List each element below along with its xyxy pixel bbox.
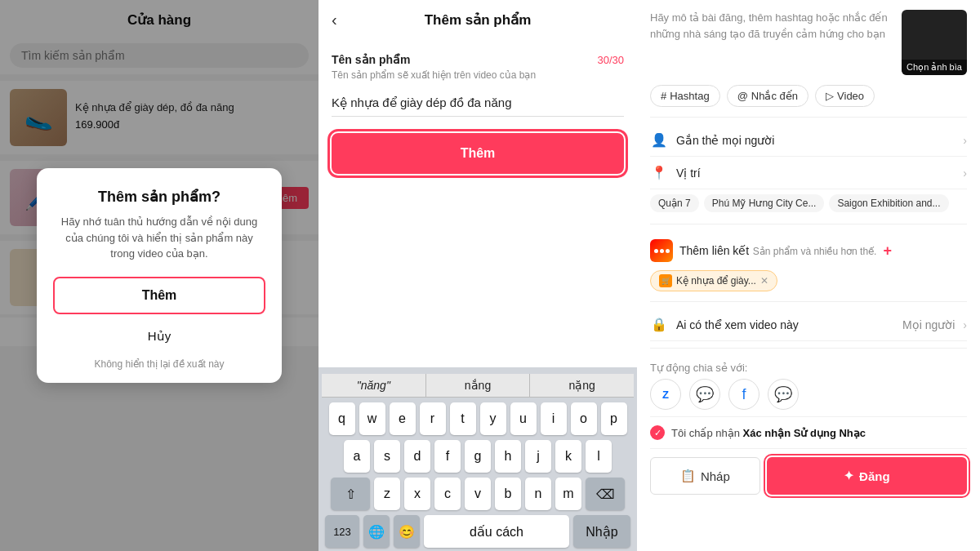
key-z[interactable]: z [374, 478, 400, 510]
key-i[interactable]: i [541, 402, 567, 435]
key-o[interactable]: o [571, 402, 597, 435]
form-label-row: Tên sản phẩm 30/30 [332, 53, 624, 66]
key-a[interactable]: a [344, 440, 370, 473]
dialog-box: Thêm sản phẩm? Hãy nhớ tuân thủ hướng dẫ… [37, 168, 282, 383]
key-q[interactable]: q [329, 402, 355, 435]
video-btn[interactable]: ▷ Video [815, 85, 875, 107]
music-text-prefix: Tôi chấp nhận [671, 427, 743, 439]
post-description-section: Hãy mô tả bài đăng, thêm hashtag hoặc nh… [650, 10, 967, 75]
dialog-btn-nohide[interactable]: Không hiển thị lại đề xuất này [53, 358, 265, 370]
key-v[interactable]: v [465, 478, 491, 510]
visibility-row[interactable]: 🔒 Ai có thể xem video này Mọi người › [650, 309, 967, 341]
post-panel: Hãy mô tả bài đăng, thêm hashtag hoặc nh… [637, 0, 980, 551]
suggestion-2[interactable]: nắng [426, 374, 531, 397]
loc-tag-3[interactable]: Saigon Exhibition and... [829, 194, 948, 212]
key-enter[interactable]: Nhập [573, 515, 630, 548]
dialog-title: Thêm sản phẩm? [53, 188, 265, 206]
visibility-label: Ai có thể xem video này [676, 318, 894, 331]
key-space[interactable]: dấu cách [424, 515, 569, 548]
gan-the-row[interactable]: 👤 Gắn thẻ mọi người › [650, 124, 967, 157]
key-x[interactable]: x [404, 478, 430, 510]
dots-icon [654, 249, 670, 253]
nhac-den-btn[interactable]: @ Nhắc đến [727, 85, 808, 107]
key-r[interactable]: r [420, 402, 446, 435]
them-plus-icon[interactable]: + [883, 242, 892, 260]
share-facebook-btn[interactable]: f [728, 379, 760, 410]
visibility-chevron: › [963, 318, 967, 331]
loc-tag-1[interactable]: Quận 7 [650, 194, 699, 212]
key-c[interactable]: c [434, 478, 461, 510]
auto-share-row: Tự động chia sẻ với: Z 💬 f 💬 [650, 355, 967, 417]
product-tag-remove[interactable]: ✕ [760, 275, 768, 287]
key-backspace[interactable]: ⌫ [586, 478, 625, 510]
key-123[interactable]: 123 [325, 515, 359, 548]
video-icon: ▷ [826, 90, 834, 102]
key-k[interactable]: k [555, 440, 581, 473]
post-desc-text[interactable]: Hãy mô tả bài đăng, thêm hashtag hoặc nh… [650, 10, 893, 75]
form-sublabel: Tên sản phẩm sẽ xuất hiện trên video của… [332, 69, 624, 81]
key-mic[interactable]: 😊 [394, 515, 420, 548]
key-y[interactable]: y [480, 402, 506, 435]
gan-the-icon: 👤 [650, 132, 668, 148]
hashtag-label: Hashtag [670, 90, 709, 102]
keyboard-row-3: ⇧ z x c v b n m ⌫ [322, 478, 634, 510]
nhap-icon: 📋 [680, 469, 696, 483]
dialog-btn-them[interactable]: Thêm [53, 277, 265, 314]
key-f[interactable]: f [434, 440, 461, 473]
key-e[interactable]: e [390, 402, 416, 435]
visibility-icon: 🔒 [650, 317, 668, 332]
key-g[interactable]: g [465, 440, 491, 473]
key-emoji[interactable]: 🌐 [363, 515, 390, 548]
vi-tri-label: Vị trí [676, 167, 955, 180]
key-b[interactable]: b [495, 478, 521, 510]
vi-tri-chevron: › [963, 167, 967, 180]
back-button[interactable]: ‹ [332, 11, 337, 29]
form-label-ten: Tên sản phẩm [332, 53, 411, 66]
nhac-den-icon: @ [737, 90, 748, 102]
share-messages-btn[interactable]: 💬 [768, 379, 799, 410]
key-h[interactable]: h [495, 440, 521, 473]
share-icons: Z 💬 f 💬 [650, 379, 967, 410]
share-messenger-btn[interactable]: 💬 [689, 379, 720, 410]
key-j[interactable]: j [525, 440, 551, 473]
tag-row: # Hashtag @ Nhắc đến ▷ Video [650, 85, 967, 107]
keyboard-row-1: q w e r t y u i o p [322, 402, 634, 435]
music-checkbox[interactable]: ✓ [650, 425, 665, 440]
key-shift[interactable]: ⇧ [331, 478, 370, 510]
key-d[interactable]: d [404, 440, 430, 473]
product-tag-name: Kệ nhựa để giày... [676, 275, 756, 287]
share-zalo-btn[interactable]: Z [650, 379, 681, 410]
form-header-title: Thêm sản phẩm [425, 11, 532, 29]
suggestion-1[interactable]: "năng" [322, 374, 426, 397]
btn-nhap[interactable]: 📋 Nháp [650, 457, 760, 495]
them-lien-ket-info: Thêm liên kết Sản phẩm và nhiều hơn thế. [679, 243, 876, 258]
product-name-input[interactable] [332, 89, 624, 117]
vi-tri-icon: 📍 [650, 165, 668, 180]
key-l[interactable]: l [586, 440, 612, 473]
them-lien-ket-row: Thêm liên kết Sản phẩm và nhiều hơn thế.… [650, 231, 967, 267]
divider-2 [650, 224, 967, 224]
loc-tag-2[interactable]: Phú Mỹ Hưng City Ce... [704, 194, 825, 212]
visibility-value: Mọi người [902, 318, 955, 331]
vi-tri-row[interactable]: 📍 Vị trí › [650, 157, 967, 189]
hashtag-btn[interactable]: # Hashtag [650, 85, 720, 107]
key-p[interactable]: p [601, 402, 627, 435]
keyboard-row-2: a s d f g h j k l [322, 440, 634, 473]
key-m[interactable]: m [555, 478, 581, 510]
key-s[interactable]: s [374, 440, 400, 473]
key-u[interactable]: u [510, 402, 537, 435]
gan-the-label: Gắn thẻ mọi người [676, 134, 955, 147]
key-n[interactable]: n [525, 478, 551, 510]
btn-them-form[interactable]: Thêm [332, 133, 624, 174]
suggestion-3[interactable]: nặng [530, 374, 634, 397]
shop-panel: Cửa hàng 🥿 Kệ nhựa để giày dép, đồ đa nă… [0, 0, 318, 551]
music-row: ✓ Tôi chấp nhận Xác nhận Sử dụng Nhạc [650, 417, 967, 449]
key-t[interactable]: t [450, 402, 476, 435]
key-w[interactable]: w [359, 402, 385, 435]
form-char-count: 30/30 [597, 54, 624, 66]
post-cover-thumb[interactable]: Chọn ảnh bìa [902, 10, 967, 75]
dialog-btn-huy[interactable]: Hủy [53, 322, 265, 350]
btn-dang[interactable]: ✦ Đăng [767, 457, 967, 495]
product-tag-item: 🛒 Kệ nhựa để giày... ✕ [650, 270, 777, 291]
dang-icon: ✦ [844, 469, 854, 483]
